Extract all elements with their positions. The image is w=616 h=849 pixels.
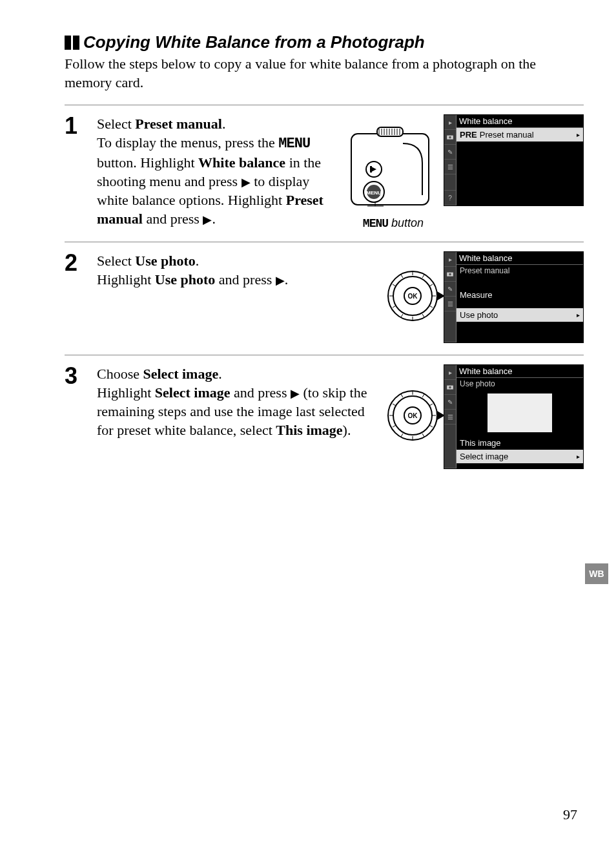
menu-item-measure: Measure [457, 288, 583, 302]
step-number: 1 [65, 114, 97, 138]
screen-subtitle: Preset manual [457, 265, 583, 277]
intro-paragraph: Follow the steps below to copy a value f… [65, 55, 584, 92]
tab-camera-icon [444, 267, 456, 282]
tab-play-icon: ▸ [444, 252, 456, 267]
menu-item-this-image: This image [457, 436, 583, 450]
step-2: 2 Select Use photo. Highlight Use photo … [65, 242, 584, 355]
edge-tab-wb: WB [584, 562, 608, 585]
diagram-caption: MENU button [348, 216, 438, 230]
step-1: 1 Select Preset manual. To display the m… [65, 105, 584, 242]
svg-point-18 [449, 136, 451, 139]
screen-title: White balance [457, 252, 583, 265]
step-2-text: Select Use photo. Highlight Use photo an… [97, 251, 387, 289]
tab-setup-icon: ☰ [444, 297, 456, 311]
chevron-right-icon: ▸ [577, 311, 580, 319]
step-3: 3 Choose Select image. Highlight Select … [65, 355, 584, 481]
page-number: 97 [563, 806, 577, 823]
svg-text:OK: OK [408, 412, 418, 419]
ok-dial-diagram: OK [387, 267, 438, 328]
ok-dial-diagram: OK [387, 386, 438, 447]
menu-item-use-photo: Use photo▸ [457, 308, 583, 322]
right-arrow-icon: ▶ [291, 387, 300, 400]
tab-setup-icon: ☰ [444, 160, 456, 174]
right-arrow-icon: ▶ [241, 176, 251, 189]
svg-point-37 [449, 273, 451, 276]
step-number: 2 [65, 251, 97, 275]
tab-retouch-icon: ✎ [444, 395, 456, 410]
menu-item-select-image: Select image▸ [457, 450, 583, 463]
tab-play-icon: ▸ [444, 115, 456, 130]
chevron-right-icon: ▸ [577, 453, 580, 460]
svg-text:OK: OK [408, 293, 418, 300]
thumbnail-placeholder [488, 393, 552, 432]
chevron-right-icon: ▸ [577, 131, 580, 138]
svg-text:MENU: MENU [366, 190, 382, 196]
tab-retouch-icon: ✎ [444, 145, 456, 160]
screen-preset-manual: ▸ ✎ ☰ White balance Preset manual Measur… [444, 251, 584, 343]
tab-play-icon: ▸ [444, 365, 456, 380]
menu-item-preset-manual: PREPreset manual ▸ [457, 128, 583, 142]
tab-camera-icon [444, 380, 456, 395]
svg-point-56 [449, 386, 451, 389]
svg-rect-0 [351, 134, 429, 205]
step-number: 3 [65, 364, 97, 388]
svg-rect-13 [370, 166, 372, 173]
right-arrow-icon: ▶ [203, 213, 212, 226]
menu-label: MENU [278, 136, 310, 152]
svg-rect-1 [377, 127, 403, 136]
step-3-text: Choose Select image. Highlight Select im… [97, 364, 387, 439]
screen-white-balance: ▸ ✎ ☰ ? White balance PREPreset manual ▸ [444, 114, 584, 206]
screen-subtitle: Use photo [457, 378, 583, 390]
screen-title: White balance [457, 115, 583, 128]
section-heading: Copying White Balance from a Photograph [65, 32, 584, 52]
camera-diagram: MENU [348, 114, 438, 214]
step-1-text: Select Preset manual. To display the men… [97, 114, 348, 228]
right-arrow-icon: ▶ [276, 274, 285, 287]
tab-camera-icon [444, 130, 456, 145]
tab-help-icon: ? [444, 191, 456, 205]
heading-text: Copying White Balance from a Photograph [83, 32, 425, 52]
screen-use-photo: ▸ ✎ ☰ White balance Use photo This image… [444, 364, 584, 469]
tab-retouch-icon: ✎ [444, 282, 456, 297]
tab-setup-icon: ☰ [444, 410, 456, 424]
screen-title: White balance [457, 365, 583, 378]
heading-marker-icon [65, 36, 79, 50]
